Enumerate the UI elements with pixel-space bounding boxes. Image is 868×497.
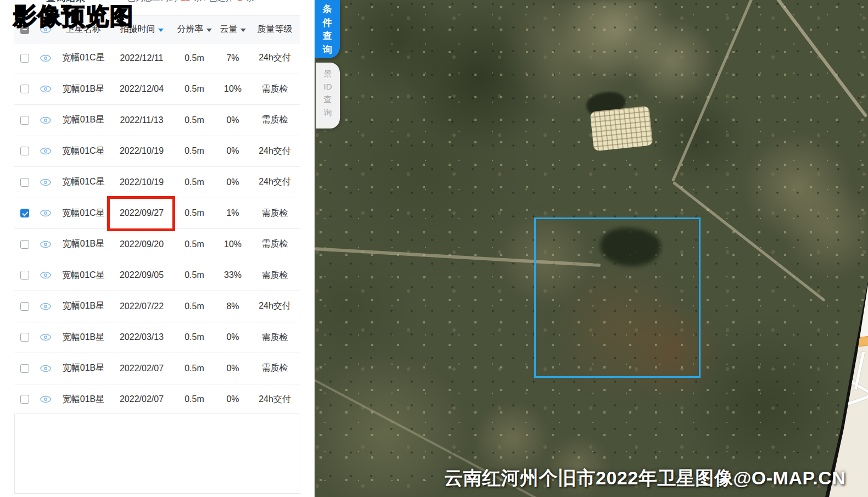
capture-date: 2022/09/27 [111, 198, 172, 229]
row-checkbox[interactable] [20, 178, 29, 187]
resolution-value: 0.5m [172, 384, 216, 415]
cloud-value: 10% [216, 74, 249, 105]
satellite-name: 宽幅01B星 [56, 229, 111, 260]
capture-date: 2022/12/11 [111, 43, 172, 74]
cloud-value: 0% [216, 136, 249, 167]
column-quality: 质量等级 [249, 24, 300, 35]
collapse-icon[interactable]: ‹ [20, 0, 23, 2]
resolution-value: 0.5m [172, 43, 216, 74]
app-window: ‹ 查询结果 已为您查询到 12 条 / 已选择 1 条 卫星名称 拍摄时间 [0, 0, 868, 497]
quality-value: 需质检 [249, 353, 300, 384]
capture-date: 2022/09/20 [111, 229, 172, 260]
table-row: 宽幅01C星 2022/09/05 0.5m 33% 需质检 [14, 260, 300, 292]
quality-value: 需质检 [249, 322, 300, 353]
preview-eye-icon[interactable] [40, 209, 52, 217]
preview-eye-icon[interactable] [40, 271, 52, 279]
capture-date: 2022/09/05 [111, 260, 172, 291]
map-greenhouse-area [590, 106, 653, 152]
capture-date: 2022/11/13 [111, 105, 172, 136]
tab-condition-query[interactable]: 条 件 查 询 [315, 0, 340, 58]
row-checkbox[interactable] [20, 240, 29, 249]
sort-caret-icon[interactable] [240, 29, 246, 32]
table-row: 宽幅01C星 2022/10/19 0.5m 0% 24h交付 [14, 136, 300, 167]
preview-eye-icon[interactable] [40, 54, 52, 62]
preview-eye-icon[interactable] [40, 178, 52, 186]
table-row: 宽幅01B星 2022/02/07 0.5m 0% 24h交付 [14, 384, 300, 416]
satellite-name: 宽幅01C星 [56, 43, 111, 74]
quality-value: 需质检 [249, 105, 300, 136]
cloud-value: 0% [216, 384, 249, 415]
preview-eye-icon[interactable] [40, 241, 52, 248]
preview-placeholder-panel [14, 414, 300, 494]
row-checkbox[interactable] [20, 147, 29, 155]
summary-prefix: 已为您查询到 [127, 0, 177, 2]
sort-caret-icon[interactable] [206, 29, 212, 32]
quality-value: 24h交付 [249, 167, 300, 198]
tab-scene-id-query[interactable]: 景 ID 查 询 [316, 63, 340, 129]
quality-value: 24h交付 [249, 291, 300, 322]
row-checkbox[interactable] [20, 333, 29, 342]
row-checkbox[interactable] [20, 54, 29, 63]
row-checkbox[interactable] [20, 271, 29, 280]
resolution-value: 0.5m [172, 353, 216, 384]
capture-date: 2022/03/13 [111, 322, 172, 353]
map-canvas[interactable]: 云南红河州个旧市2022年卫星图像@O-MAP.CN 条 件 查 询 景 ID … [315, 0, 868, 497]
resolution-value: 0.5m [172, 136, 216, 167]
cloud-value: 8% [216, 291, 249, 322]
aoi-selection-rectangle [534, 217, 701, 378]
table-row-selected: 宽幅01C星 2022/09/27 0.5m 1% 需质检 [14, 198, 300, 230]
cloud-value: 0% [216, 167, 249, 198]
preview-eye-icon[interactable] [40, 147, 52, 155]
column-resolution[interactable]: 分辨率 [172, 24, 216, 35]
satellite-name: 宽幅01B星 [56, 322, 111, 353]
quality-value: 24h交付 [249, 43, 300, 74]
sort-caret-icon[interactable] [158, 29, 164, 32]
row-checkbox[interactable] [20, 116, 29, 125]
preview-eye-icon[interactable] [40, 85, 52, 93]
preview-eye-icon[interactable] [40, 303, 52, 310]
selected-count: 1 [236, 0, 244, 2]
resolution-value: 0.5m [172, 74, 216, 105]
preview-eye-icon[interactable] [40, 116, 52, 124]
preview-eye-icon[interactable] [40, 395, 52, 403]
satellite-name: 宽幅01C星 [56, 198, 111, 229]
table-row: 宽幅01B星 2022/07/22 0.5m 8% 24h交付 [14, 291, 300, 322]
table-row: 宽幅01C星 2022/12/11 0.5m 7% 24h交付 [14, 43, 300, 74]
satellite-name: 宽幅01B星 [56, 384, 111, 415]
capture-date: 2022/02/07 [111, 353, 172, 384]
quality-value: 需质检 [249, 74, 300, 105]
page-title: 影像预览图 [13, 3, 134, 29]
count-unit: 条 [194, 0, 202, 2]
row-checkbox[interactable] [20, 209, 29, 217]
table-body: 宽幅01C星 2022/12/11 0.5m 7% 24h交付 宽幅01B星 2… [14, 43, 300, 415]
cloud-value: 0% [216, 105, 249, 136]
row-checkbox[interactable] [20, 395, 29, 404]
table-row: 宽幅01B星 2022/02/07 0.5m 0% 需质检 [14, 353, 300, 384]
table-row: 宽幅01B星 2022/11/13 0.5m 0% 需质检 [14, 105, 300, 136]
summary-divider: / [204, 0, 206, 2]
preview-eye-icon[interactable] [40, 365, 52, 372]
resolution-value: 0.5m [172, 229, 216, 260]
row-checkbox[interactable] [20, 364, 29, 373]
preview-eye-icon[interactable] [40, 333, 52, 341]
results-panel: ‹ 查询结果 已为您查询到 12 条 / 已选择 1 条 卫星名称 拍摄时间 [0, 0, 315, 497]
cloud-value: 7% [216, 43, 249, 74]
resolution-value: 0.5m [172, 105, 216, 136]
satellite-name: 宽幅01B星 [56, 105, 111, 136]
capture-date: 2022/10/19 [111, 167, 172, 198]
table-row: 宽幅01B星 2022/12/04 0.5m 10% 需质检 [14, 74, 300, 105]
row-checkbox[interactable] [20, 85, 29, 93]
satellite-name: 宽幅01C星 [56, 260, 111, 291]
quality-value: 需质检 [249, 198, 300, 229]
resolution-value: 0.5m [172, 198, 216, 229]
quality-value: 需质检 [249, 260, 300, 291]
cloud-value: 33% [216, 260, 249, 291]
highlight-red-box [107, 196, 175, 232]
result-count: 12 [179, 0, 192, 2]
capture-date: 2022/02/07 [111, 384, 172, 415]
resolution-value: 0.5m [172, 322, 216, 353]
satellite-name: 宽幅01C星 [56, 167, 111, 198]
capture-date: 2022/12/04 [111, 74, 172, 105]
column-cloud[interactable]: 云量 [216, 24, 249, 35]
row-checkbox[interactable] [20, 302, 29, 311]
